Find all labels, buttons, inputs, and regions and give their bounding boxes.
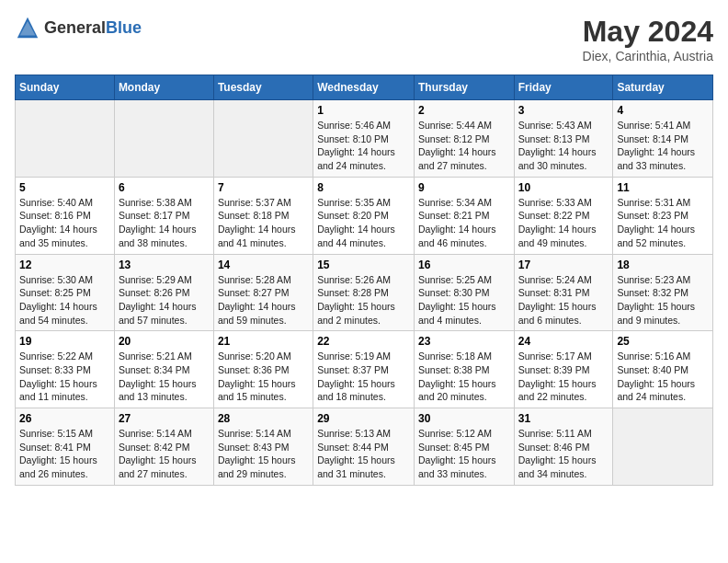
calendar-cell: 26Sunrise: 5:15 AM Sunset: 8:41 PM Dayli… bbox=[16, 408, 115, 486]
calendar-cell: 16Sunrise: 5:25 AM Sunset: 8:30 PM Dayli… bbox=[414, 254, 514, 331]
day-number: 29 bbox=[317, 412, 410, 425]
calendar-cell: 17Sunrise: 5:24 AM Sunset: 8:31 PM Dayli… bbox=[514, 254, 613, 331]
day-number: 4 bbox=[617, 104, 709, 117]
calendar-cell: 11Sunrise: 5:31 AM Sunset: 8:23 PM Dayli… bbox=[613, 177, 713, 254]
day-info: Sunrise: 5:44 AM Sunset: 8:12 PM Dayligh… bbox=[418, 119, 510, 173]
calendar-cell: 13Sunrise: 5:29 AM Sunset: 8:26 PM Dayli… bbox=[114, 254, 213, 331]
calendar-cell bbox=[213, 100, 313, 178]
day-number: 13 bbox=[119, 259, 210, 271]
day-info: Sunrise: 5:20 AM Sunset: 8:36 PM Dayligh… bbox=[218, 350, 309, 404]
day-info: Sunrise: 5:43 AM Sunset: 8:13 PM Dayligh… bbox=[518, 119, 609, 173]
day-info: Sunrise: 5:30 AM Sunset: 8:25 PM Dayligh… bbox=[19, 273, 110, 327]
calendar-cell: 22Sunrise: 5:19 AM Sunset: 8:37 PM Dayli… bbox=[313, 331, 415, 408]
header-tuesday: Tuesday bbox=[213, 75, 313, 100]
day-number: 22 bbox=[317, 335, 410, 348]
day-info: Sunrise: 5:37 AM Sunset: 8:18 PM Dayligh… bbox=[218, 196, 309, 250]
week-row-1: 1Sunrise: 5:46 AM Sunset: 8:10 PM Daylig… bbox=[16, 100, 713, 178]
day-info: Sunrise: 5:41 AM Sunset: 8:14 PM Dayligh… bbox=[617, 119, 709, 173]
day-info: Sunrise: 5:14 AM Sunset: 8:42 PM Dayligh… bbox=[119, 427, 210, 481]
calendar-cell: 8Sunrise: 5:35 AM Sunset: 8:20 PM Daylig… bbox=[313, 177, 415, 254]
day-number: 20 bbox=[119, 335, 210, 348]
calendar-cell bbox=[114, 100, 213, 178]
main-title: May 2024 bbox=[583, 15, 713, 49]
week-row-4: 19Sunrise: 5:22 AM Sunset: 8:33 PM Dayli… bbox=[16, 331, 713, 408]
day-number: 8 bbox=[317, 181, 410, 194]
day-number: 2 bbox=[418, 104, 510, 117]
calendar-cell: 24Sunrise: 5:17 AM Sunset: 8:39 PM Dayli… bbox=[514, 331, 613, 408]
day-info: Sunrise: 5:26 AM Sunset: 8:28 PM Dayligh… bbox=[317, 273, 410, 327]
day-info: Sunrise: 5:29 AM Sunset: 8:26 PM Dayligh… bbox=[119, 273, 210, 327]
header-friday: Friday bbox=[514, 75, 613, 100]
day-number: 19 bbox=[19, 335, 110, 348]
day-info: Sunrise: 5:33 AM Sunset: 8:22 PM Dayligh… bbox=[518, 196, 609, 250]
day-number: 23 bbox=[418, 335, 510, 348]
day-info: Sunrise: 5:31 AM Sunset: 8:23 PM Dayligh… bbox=[617, 196, 709, 250]
day-number: 12 bbox=[19, 259, 110, 271]
day-info: Sunrise: 5:22 AM Sunset: 8:33 PM Dayligh… bbox=[19, 350, 110, 404]
day-number: 16 bbox=[418, 259, 510, 271]
calendar-cell: 6Sunrise: 5:38 AM Sunset: 8:17 PM Daylig… bbox=[114, 177, 213, 254]
day-info: Sunrise: 5:25 AM Sunset: 8:30 PM Dayligh… bbox=[418, 273, 510, 327]
calendar-cell: 21Sunrise: 5:20 AM Sunset: 8:36 PM Dayli… bbox=[213, 331, 313, 408]
day-info: Sunrise: 5:19 AM Sunset: 8:37 PM Dayligh… bbox=[317, 350, 410, 404]
calendar-cell: 25Sunrise: 5:16 AM Sunset: 8:40 PM Dayli… bbox=[613, 331, 713, 408]
calendar-header: SundayMondayTuesdayWednesdayThursdayFrid… bbox=[16, 75, 713, 100]
day-info: Sunrise: 5:46 AM Sunset: 8:10 PM Dayligh… bbox=[317, 119, 410, 173]
calendar-cell: 27Sunrise: 5:14 AM Sunset: 8:42 PM Dayli… bbox=[114, 408, 213, 486]
day-info: Sunrise: 5:11 AM Sunset: 8:46 PM Dayligh… bbox=[518, 427, 609, 481]
day-number: 25 bbox=[617, 335, 709, 348]
week-row-3: 12Sunrise: 5:30 AM Sunset: 8:25 PM Dayli… bbox=[16, 254, 713, 331]
day-info: Sunrise: 5:13 AM Sunset: 8:44 PM Dayligh… bbox=[317, 427, 410, 481]
calendar-cell: 4Sunrise: 5:41 AM Sunset: 8:14 PM Daylig… bbox=[613, 100, 713, 178]
calendar-cell bbox=[16, 100, 115, 178]
day-number: 7 bbox=[218, 181, 309, 194]
day-info: Sunrise: 5:35 AM Sunset: 8:20 PM Dayligh… bbox=[317, 196, 410, 250]
header-monday: Monday bbox=[114, 75, 213, 100]
day-number: 1 bbox=[317, 104, 410, 117]
day-info: Sunrise: 5:17 AM Sunset: 8:39 PM Dayligh… bbox=[518, 350, 609, 404]
calendar-cell: 30Sunrise: 5:12 AM Sunset: 8:45 PM Dayli… bbox=[414, 408, 514, 486]
day-number: 27 bbox=[119, 412, 210, 425]
day-info: Sunrise: 5:28 AM Sunset: 8:27 PM Dayligh… bbox=[218, 273, 309, 327]
day-info: Sunrise: 5:23 AM Sunset: 8:32 PM Dayligh… bbox=[617, 273, 709, 327]
title-block: May 2024 Diex, Carinthia, Austria bbox=[583, 15, 713, 63]
day-info: Sunrise: 5:40 AM Sunset: 8:16 PM Dayligh… bbox=[19, 196, 110, 250]
calendar-cell bbox=[613, 408, 713, 486]
day-number: 17 bbox=[518, 259, 609, 271]
day-number: 28 bbox=[218, 412, 309, 425]
day-number: 9 bbox=[418, 181, 510, 194]
day-info: Sunrise: 5:15 AM Sunset: 8:41 PM Dayligh… bbox=[19, 427, 110, 481]
day-info: Sunrise: 5:14 AM Sunset: 8:43 PM Dayligh… bbox=[218, 427, 309, 481]
calendar-cell: 1Sunrise: 5:46 AM Sunset: 8:10 PM Daylig… bbox=[313, 100, 415, 178]
calendar-cell: 31Sunrise: 5:11 AM Sunset: 8:46 PM Dayli… bbox=[514, 408, 613, 486]
calendar-cell: 15Sunrise: 5:26 AM Sunset: 8:28 PM Dayli… bbox=[313, 254, 415, 331]
day-number: 14 bbox=[218, 259, 309, 271]
day-number: 26 bbox=[19, 412, 110, 425]
calendar-cell: 28Sunrise: 5:14 AM Sunset: 8:43 PM Dayli… bbox=[213, 408, 313, 486]
logo: GeneralBlue bbox=[15, 15, 142, 40]
day-number: 18 bbox=[617, 259, 709, 271]
day-info: Sunrise: 5:18 AM Sunset: 8:38 PM Dayligh… bbox=[418, 350, 510, 404]
header-sunday: Sunday bbox=[16, 75, 115, 100]
calendar-cell: 5Sunrise: 5:40 AM Sunset: 8:16 PM Daylig… bbox=[16, 177, 115, 254]
day-number: 24 bbox=[518, 335, 609, 348]
page-header: GeneralBlue May 2024 Diex, Carinthia, Au… bbox=[15, 15, 713, 63]
subtitle: Diex, Carinthia, Austria bbox=[583, 49, 713, 63]
day-number: 10 bbox=[518, 181, 609, 194]
calendar-cell: 10Sunrise: 5:33 AM Sunset: 8:22 PM Dayli… bbox=[514, 177, 613, 254]
calendar-cell: 20Sunrise: 5:21 AM Sunset: 8:34 PM Dayli… bbox=[114, 331, 213, 408]
header-thursday: Thursday bbox=[414, 75, 514, 100]
calendar-body: 1Sunrise: 5:46 AM Sunset: 8:10 PM Daylig… bbox=[16, 100, 713, 486]
day-info: Sunrise: 5:38 AM Sunset: 8:17 PM Dayligh… bbox=[119, 196, 210, 250]
header-saturday: Saturday bbox=[613, 75, 713, 100]
day-number: 31 bbox=[518, 412, 609, 425]
day-info: Sunrise: 5:34 AM Sunset: 8:21 PM Dayligh… bbox=[418, 196, 510, 250]
day-number: 30 bbox=[418, 412, 510, 425]
day-info: Sunrise: 5:12 AM Sunset: 8:45 PM Dayligh… bbox=[418, 427, 510, 481]
calendar-cell: 29Sunrise: 5:13 AM Sunset: 8:44 PM Dayli… bbox=[313, 408, 415, 486]
logo-blue-text: Blue bbox=[106, 18, 142, 37]
calendar-table: SundayMondayTuesdayWednesdayThursdayFrid… bbox=[15, 75, 713, 486]
calendar-cell: 12Sunrise: 5:30 AM Sunset: 8:25 PM Dayli… bbox=[16, 254, 115, 331]
week-row-2: 5Sunrise: 5:40 AM Sunset: 8:16 PM Daylig… bbox=[16, 177, 713, 254]
calendar-cell: 14Sunrise: 5:28 AM Sunset: 8:27 PM Dayli… bbox=[213, 254, 313, 331]
